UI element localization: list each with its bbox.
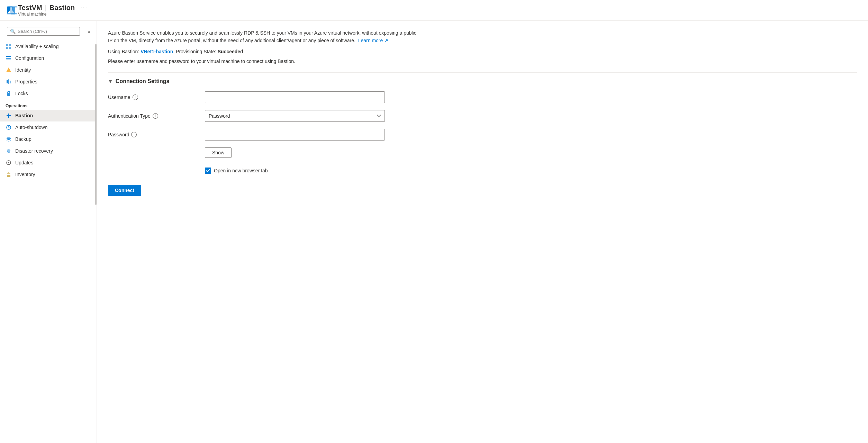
search-box[interactable]: 🔍	[7, 27, 80, 36]
username-row: Username i	[108, 91, 857, 103]
svg-rect-8	[6, 58, 11, 59]
header-title: TestVM | Bastion ··· Virtual machine	[18, 4, 88, 17]
disaster-recovery-icon	[6, 148, 12, 154]
sidebar-label-identity: Identity	[15, 67, 31, 73]
open-new-tab-checkbox[interactable]	[205, 168, 211, 174]
auth-type-label: Authentication Type	[108, 113, 151, 119]
collapse-sidebar-button[interactable]: «	[84, 27, 94, 36]
header-subtitle: Virtual machine	[18, 12, 88, 17]
main-content: Azure Bastion Service enables you to sec…	[97, 21, 868, 443]
svg-rect-12	[8, 79, 9, 84]
username-label-container: Username i	[108, 94, 205, 100]
auth-type-row: Authentication Type i Password SSH Priva…	[108, 110, 857, 122]
bastion-name-link[interactable]: VNet1-bastion	[141, 49, 173, 54]
configuration-icon	[6, 55, 12, 61]
provisioning-state: Succeeded	[218, 49, 243, 54]
svg-line-19	[9, 127, 10, 128]
identity-icon	[6, 67, 12, 73]
svg-rect-14	[7, 93, 10, 96]
username-info-icon[interactable]: i	[133, 94, 138, 100]
sidebar-item-locks[interactable]: Locks	[0, 88, 97, 99]
backup-icon	[6, 136, 12, 142]
username-field-container	[205, 91, 385, 103]
password-info-icon[interactable]: i	[131, 132, 137, 137]
search-input[interactable]	[18, 29, 77, 34]
status-line: Using Bastion: VNet1-bastion, Provisioni…	[108, 49, 857, 54]
password-field-container	[205, 129, 385, 141]
sidebar: 🔍 « Availability + scaling Configuration	[0, 21, 97, 443]
header-separator: |	[45, 4, 47, 12]
locks-icon	[6, 90, 12, 97]
logo-area	[6, 4, 18, 17]
username-label: Username	[108, 94, 130, 100]
vm-name: TestVM	[18, 4, 42, 12]
password-label-container: Password i	[108, 132, 205, 137]
auth-type-select[interactable]: Password SSH Private Key from Local File…	[205, 110, 385, 122]
sidebar-item-bastion[interactable]: Bastion	[0, 110, 97, 121]
sidebar-item-backup[interactable]: Backup	[0, 133, 97, 145]
sidebar-label-backup: Backup	[15, 136, 31, 142]
bastion-icon	[6, 112, 12, 119]
sidebar-label-autoshutdown: Auto-shutdown	[15, 125, 47, 130]
connection-settings-label: Connection Settings	[116, 78, 170, 84]
page-title: Bastion	[49, 4, 75, 12]
sidebar-item-autoshutdown[interactable]: Auto-shutdown	[0, 121, 97, 133]
updates-icon	[6, 160, 12, 166]
form-actions: Show Open in new browser tab	[205, 147, 857, 174]
connect-button[interactable]: Connect	[108, 185, 141, 196]
svg-marker-29	[7, 172, 11, 174]
sidebar-label-configuration: Configuration	[15, 55, 44, 61]
sidebar-label-inventory: Inventory	[15, 172, 35, 177]
section-divider	[108, 72, 857, 73]
sidebar-label-updates: Updates	[15, 160, 33, 165]
header: TestVM | Bastion ··· Virtual machine	[0, 0, 868, 21]
sidebar-item-inventory[interactable]: Inventory	[0, 169, 97, 180]
svg-rect-3	[6, 44, 8, 46]
header-ellipsis[interactable]: ···	[80, 4, 88, 11]
sidebar-item-disaster-recovery[interactable]: Disaster recovery	[0, 145, 97, 157]
chevron-down-icon: ▼	[108, 79, 113, 84]
properties-icon	[6, 79, 12, 85]
sidebar-item-updates[interactable]: Updates	[0, 157, 97, 169]
username-input[interactable]	[205, 91, 385, 103]
sidebar-item-identity[interactable]: Identity	[0, 64, 97, 76]
svg-rect-13	[10, 81, 11, 83]
sidebar-item-configuration[interactable]: Configuration	[0, 52, 97, 64]
sidebar-label-bastion: Bastion	[15, 113, 33, 118]
sidebar-label-availability: Availability + scaling	[15, 44, 58, 49]
sidebar-label-disaster-recovery: Disaster recovery	[15, 148, 53, 154]
auth-type-label-container: Authentication Type i	[108, 113, 205, 119]
svg-rect-6	[9, 47, 11, 49]
inventory-icon	[6, 171, 12, 178]
svg-rect-11	[7, 80, 8, 83]
scroll-indicator	[95, 44, 97, 205]
show-password-button[interactable]: Show	[205, 147, 232, 158]
svg-rect-7	[6, 56, 11, 57]
autoshutdown-icon	[6, 124, 12, 130]
open-new-tab-row: Open in new browser tab	[205, 168, 268, 174]
svg-point-23	[8, 162, 9, 163]
learn-more-link[interactable]: Learn more ↗	[358, 38, 388, 43]
connection-settings-section: ▼ Connection Settings Username i Authent…	[108, 78, 857, 174]
auth-type-info-icon[interactable]: i	[153, 113, 158, 119]
enter-creds-text: Please enter username and password to yo…	[108, 58, 857, 64]
azure-logo-icon	[6, 4, 18, 17]
password-input[interactable]	[205, 129, 385, 141]
svg-marker-10	[6, 67, 11, 72]
svg-rect-9	[6, 60, 11, 60]
availability-icon	[6, 43, 12, 49]
sidebar-label-locks: Locks	[15, 91, 28, 96]
auth-type-field-container: Password SSH Private Key from Local File…	[205, 110, 385, 122]
operations-section-label: Operations	[0, 99, 97, 110]
svg-rect-28	[7, 175, 10, 177]
svg-rect-4	[9, 44, 11, 46]
sidebar-item-availability[interactable]: Availability + scaling	[0, 40, 97, 52]
sidebar-label-properties: Properties	[15, 79, 37, 84]
password-label: Password	[108, 132, 129, 137]
connection-settings-header[interactable]: ▼ Connection Settings	[108, 78, 857, 84]
search-icon: 🔍	[10, 29, 16, 34]
sidebar-item-properties[interactable]: Properties	[0, 76, 97, 88]
password-row: Password i	[108, 129, 857, 141]
main-layout: 🔍 « Availability + scaling Configuration	[0, 21, 868, 443]
svg-rect-5	[6, 47, 8, 49]
